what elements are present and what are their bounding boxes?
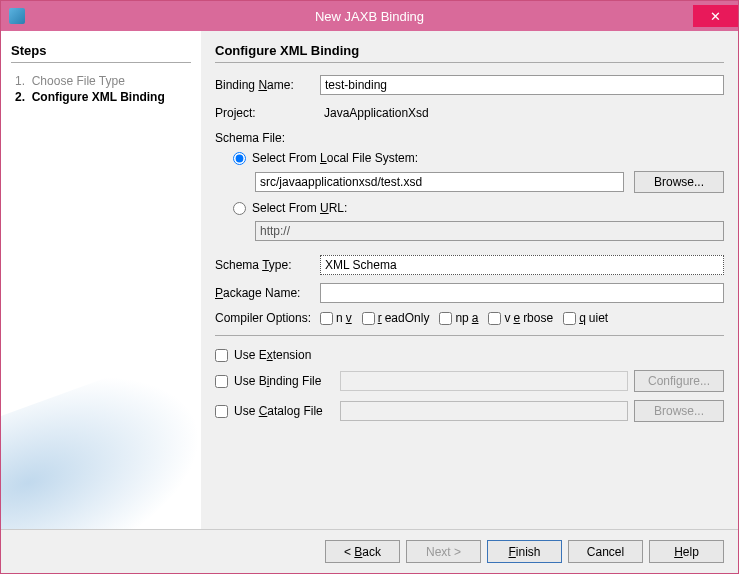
url-label: Select From URL: bbox=[252, 201, 347, 215]
use-binding-file-label: Use Binding File bbox=[234, 374, 334, 388]
steps-panel: Steps 1. Choose File Type 2. Configure X… bbox=[1, 31, 201, 529]
panel-heading: Configure XML Binding bbox=[215, 43, 724, 58]
next-button: Next > bbox=[406, 540, 481, 563]
titlebar: New JAXB Binding ✕ bbox=[1, 1, 738, 31]
configure-binding-button: Configure... bbox=[634, 370, 724, 392]
use-catalog-file-checkbox[interactable] bbox=[215, 405, 228, 418]
opt-readonly[interactable]: readOnly bbox=[362, 311, 430, 325]
use-extension-label: Use Extension bbox=[234, 348, 311, 362]
use-extension-checkbox[interactable] bbox=[215, 349, 228, 362]
browse-catalog-button: Browse... bbox=[634, 400, 724, 422]
url-radio[interactable] bbox=[233, 202, 246, 215]
use-binding-file-checkbox[interactable] bbox=[215, 375, 228, 388]
binding-name-label: Binding Name: bbox=[215, 78, 320, 92]
window-title: New JAXB Binding bbox=[315, 9, 424, 24]
step-1: 1. Choose File Type bbox=[11, 73, 191, 89]
schema-type-select[interactable]: XML Schema bbox=[320, 255, 724, 275]
cancel-button[interactable]: Cancel bbox=[568, 540, 643, 563]
form-panel: Configure XML Binding Binding Name: Proj… bbox=[201, 31, 738, 529]
decorative-swoosh bbox=[1, 343, 201, 529]
browse-local-button[interactable]: Browse... bbox=[634, 171, 724, 193]
opt-npa[interactable]: npa bbox=[439, 311, 478, 325]
close-button[interactable]: ✕ bbox=[693, 5, 738, 27]
binding-name-input[interactable] bbox=[320, 75, 724, 95]
opt-quiet[interactable]: quiet bbox=[563, 311, 608, 325]
step-2: 2. Configure XML Binding bbox=[11, 89, 191, 105]
binding-file-select bbox=[340, 371, 628, 391]
help-button[interactable]: Help bbox=[649, 540, 724, 563]
local-file-label: Select From Local File System: bbox=[252, 151, 418, 165]
schema-file-label: Schema File: bbox=[215, 131, 724, 145]
compiler-options-label: Compiler Options: bbox=[215, 311, 320, 325]
package-name-input[interactable] bbox=[320, 283, 724, 303]
url-input bbox=[255, 221, 724, 241]
footer: < Back Next > Finish Cancel Help bbox=[1, 529, 738, 573]
opt-nv[interactable]: nv bbox=[320, 311, 352, 325]
steps-heading: Steps bbox=[11, 43, 191, 58]
opt-verbose[interactable]: verbose bbox=[488, 311, 553, 325]
schema-type-label: Schema Type: bbox=[215, 258, 320, 272]
project-label: Project: bbox=[215, 106, 320, 120]
local-file-radio[interactable] bbox=[233, 152, 246, 165]
app-icon bbox=[9, 8, 25, 24]
catalog-file-input bbox=[340, 401, 628, 421]
package-name-label: Package Name: bbox=[215, 286, 320, 300]
project-input bbox=[320, 103, 724, 123]
back-button[interactable]: < Back bbox=[325, 540, 400, 563]
finish-button[interactable]: Finish bbox=[487, 540, 562, 563]
local-file-input[interactable] bbox=[255, 172, 624, 192]
use-catalog-file-label: Use Catalog File bbox=[234, 404, 334, 418]
